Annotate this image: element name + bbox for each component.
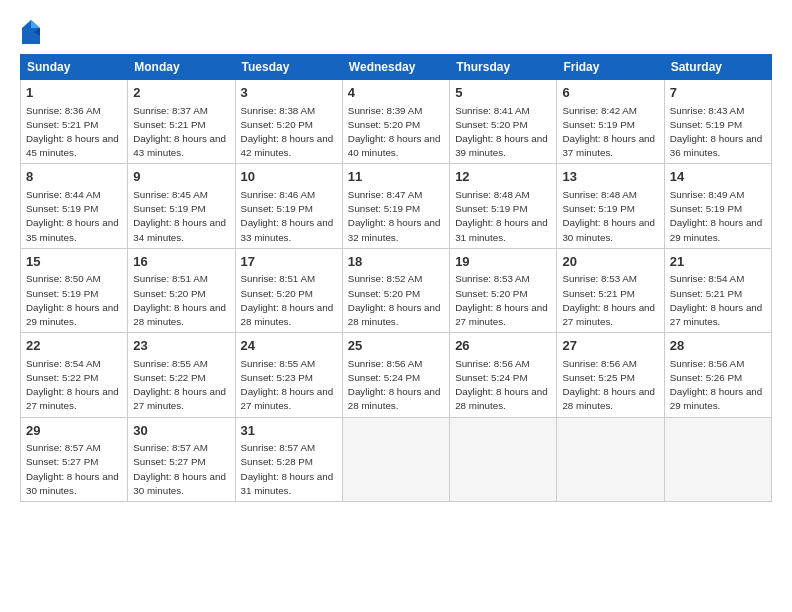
day-number: 23 — [133, 337, 229, 355]
day-number: 4 — [348, 84, 444, 102]
calendar-cell: 20 Sunrise: 8:53 AMSunset: 5:21 PMDaylig… — [557, 248, 664, 332]
day-info: Sunrise: 8:56 AMSunset: 5:25 PMDaylight:… — [562, 358, 655, 412]
day-number: 16 — [133, 253, 229, 271]
calendar-cell: 26 Sunrise: 8:56 AMSunset: 5:24 PMDaylig… — [450, 333, 557, 417]
day-number: 24 — [241, 337, 337, 355]
day-info: Sunrise: 8:56 AMSunset: 5:26 PMDaylight:… — [670, 358, 763, 412]
calendar-cell: 11 Sunrise: 8:47 AMSunset: 5:19 PMDaylig… — [342, 164, 449, 248]
calendar-cell: 7 Sunrise: 8:43 AMSunset: 5:19 PMDayligh… — [664, 80, 771, 164]
day-number: 25 — [348, 337, 444, 355]
day-number: 30 — [133, 422, 229, 440]
day-info: Sunrise: 8:54 AMSunset: 5:22 PMDaylight:… — [26, 358, 119, 412]
calendar-cell: 10 Sunrise: 8:46 AMSunset: 5:19 PMDaylig… — [235, 164, 342, 248]
day-info: Sunrise: 8:43 AMSunset: 5:19 PMDaylight:… — [670, 105, 763, 159]
calendar-cell — [342, 417, 449, 501]
calendar-cell: 8 Sunrise: 8:44 AMSunset: 5:19 PMDayligh… — [21, 164, 128, 248]
calendar-cell: 1 Sunrise: 8:36 AMSunset: 5:21 PMDayligh… — [21, 80, 128, 164]
calendar-cell — [664, 417, 771, 501]
day-number: 15 — [26, 253, 122, 271]
weekday-header: Sunday — [21, 55, 128, 80]
day-info: Sunrise: 8:56 AMSunset: 5:24 PMDaylight:… — [348, 358, 441, 412]
day-info: Sunrise: 8:55 AMSunset: 5:22 PMDaylight:… — [133, 358, 226, 412]
day-number: 6 — [562, 84, 658, 102]
day-number: 11 — [348, 168, 444, 186]
weekday-header: Wednesday — [342, 55, 449, 80]
day-info: Sunrise: 8:42 AMSunset: 5:19 PMDaylight:… — [562, 105, 655, 159]
calendar-cell: 3 Sunrise: 8:38 AMSunset: 5:20 PMDayligh… — [235, 80, 342, 164]
day-number: 27 — [562, 337, 658, 355]
weekday-header: Monday — [128, 55, 235, 80]
weekday-header: Saturday — [664, 55, 771, 80]
logo-icon — [20, 18, 42, 46]
day-number: 8 — [26, 168, 122, 186]
day-number: 9 — [133, 168, 229, 186]
day-info: Sunrise: 8:52 AMSunset: 5:20 PMDaylight:… — [348, 273, 441, 327]
calendar-cell: 14 Sunrise: 8:49 AMSunset: 5:19 PMDaylig… — [664, 164, 771, 248]
day-number: 12 — [455, 168, 551, 186]
calendar-cell: 21 Sunrise: 8:54 AMSunset: 5:21 PMDaylig… — [664, 248, 771, 332]
calendar-cell: 12 Sunrise: 8:48 AMSunset: 5:19 PMDaylig… — [450, 164, 557, 248]
day-number: 19 — [455, 253, 551, 271]
day-number: 18 — [348, 253, 444, 271]
day-info: Sunrise: 8:56 AMSunset: 5:24 PMDaylight:… — [455, 358, 548, 412]
day-number: 26 — [455, 337, 551, 355]
calendar-cell: 9 Sunrise: 8:45 AMSunset: 5:19 PMDayligh… — [128, 164, 235, 248]
day-number: 7 — [670, 84, 766, 102]
day-number: 31 — [241, 422, 337, 440]
day-number: 13 — [562, 168, 658, 186]
day-info: Sunrise: 8:51 AMSunset: 5:20 PMDaylight:… — [241, 273, 334, 327]
day-info: Sunrise: 8:38 AMSunset: 5:20 PMDaylight:… — [241, 105, 334, 159]
logo — [20, 18, 46, 46]
day-number: 1 — [26, 84, 122, 102]
weekday-header: Tuesday — [235, 55, 342, 80]
calendar-cell: 16 Sunrise: 8:51 AMSunset: 5:20 PMDaylig… — [128, 248, 235, 332]
day-number: 14 — [670, 168, 766, 186]
day-number: 20 — [562, 253, 658, 271]
day-info: Sunrise: 8:46 AMSunset: 5:19 PMDaylight:… — [241, 189, 334, 243]
day-number: 10 — [241, 168, 337, 186]
calendar-cell: 28 Sunrise: 8:56 AMSunset: 5:26 PMDaylig… — [664, 333, 771, 417]
day-number: 3 — [241, 84, 337, 102]
calendar-cell: 15 Sunrise: 8:50 AMSunset: 5:19 PMDaylig… — [21, 248, 128, 332]
calendar-cell — [557, 417, 664, 501]
day-number: 21 — [670, 253, 766, 271]
weekday-header: Thursday — [450, 55, 557, 80]
day-info: Sunrise: 8:57 AMSunset: 5:27 PMDaylight:… — [26, 442, 119, 496]
calendar-cell: 2 Sunrise: 8:37 AMSunset: 5:21 PMDayligh… — [128, 80, 235, 164]
day-number: 5 — [455, 84, 551, 102]
day-info: Sunrise: 8:36 AMSunset: 5:21 PMDaylight:… — [26, 105, 119, 159]
calendar-cell: 27 Sunrise: 8:56 AMSunset: 5:25 PMDaylig… — [557, 333, 664, 417]
calendar: SundayMondayTuesdayWednesdayThursdayFrid… — [20, 54, 772, 502]
day-info: Sunrise: 8:41 AMSunset: 5:20 PMDaylight:… — [455, 105, 548, 159]
svg-marker-1 — [31, 20, 40, 28]
calendar-cell: 22 Sunrise: 8:54 AMSunset: 5:22 PMDaylig… — [21, 333, 128, 417]
calendar-cell: 17 Sunrise: 8:51 AMSunset: 5:20 PMDaylig… — [235, 248, 342, 332]
day-info: Sunrise: 8:51 AMSunset: 5:20 PMDaylight:… — [133, 273, 226, 327]
day-info: Sunrise: 8:37 AMSunset: 5:21 PMDaylight:… — [133, 105, 226, 159]
day-info: Sunrise: 8:54 AMSunset: 5:21 PMDaylight:… — [670, 273, 763, 327]
calendar-cell: 31 Sunrise: 8:57 AMSunset: 5:28 PMDaylig… — [235, 417, 342, 501]
day-number: 22 — [26, 337, 122, 355]
day-info: Sunrise: 8:53 AMSunset: 5:20 PMDaylight:… — [455, 273, 548, 327]
day-info: Sunrise: 8:39 AMSunset: 5:20 PMDaylight:… — [348, 105, 441, 159]
day-number: 2 — [133, 84, 229, 102]
calendar-cell: 4 Sunrise: 8:39 AMSunset: 5:20 PMDayligh… — [342, 80, 449, 164]
calendar-cell: 19 Sunrise: 8:53 AMSunset: 5:20 PMDaylig… — [450, 248, 557, 332]
calendar-cell — [450, 417, 557, 501]
day-info: Sunrise: 8:48 AMSunset: 5:19 PMDaylight:… — [455, 189, 548, 243]
day-number: 28 — [670, 337, 766, 355]
calendar-cell: 18 Sunrise: 8:52 AMSunset: 5:20 PMDaylig… — [342, 248, 449, 332]
calendar-cell: 29 Sunrise: 8:57 AMSunset: 5:27 PMDaylig… — [21, 417, 128, 501]
calendar-cell: 25 Sunrise: 8:56 AMSunset: 5:24 PMDaylig… — [342, 333, 449, 417]
day-info: Sunrise: 8:45 AMSunset: 5:19 PMDaylight:… — [133, 189, 226, 243]
calendar-cell: 6 Sunrise: 8:42 AMSunset: 5:19 PMDayligh… — [557, 80, 664, 164]
day-info: Sunrise: 8:44 AMSunset: 5:19 PMDaylight:… — [26, 189, 119, 243]
day-info: Sunrise: 8:53 AMSunset: 5:21 PMDaylight:… — [562, 273, 655, 327]
day-info: Sunrise: 8:49 AMSunset: 5:19 PMDaylight:… — [670, 189, 763, 243]
day-info: Sunrise: 8:48 AMSunset: 5:19 PMDaylight:… — [562, 189, 655, 243]
day-info: Sunrise: 8:57 AMSunset: 5:27 PMDaylight:… — [133, 442, 226, 496]
day-number: 29 — [26, 422, 122, 440]
calendar-cell: 23 Sunrise: 8:55 AMSunset: 5:22 PMDaylig… — [128, 333, 235, 417]
day-info: Sunrise: 8:57 AMSunset: 5:28 PMDaylight:… — [241, 442, 334, 496]
calendar-cell: 5 Sunrise: 8:41 AMSunset: 5:20 PMDayligh… — [450, 80, 557, 164]
